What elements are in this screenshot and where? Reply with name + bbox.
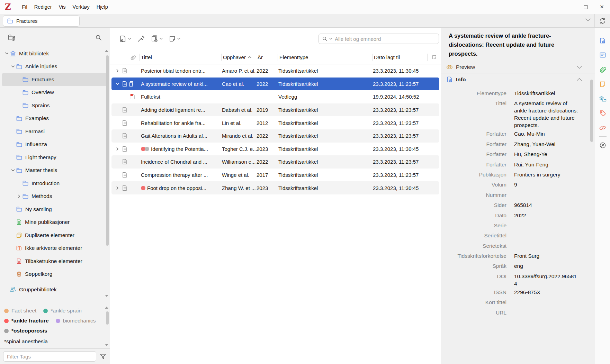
menu-hjelp[interactable]: Hjelp bbox=[93, 0, 111, 14]
field-value[interactable]: A systematic review of ankle fracture-di… bbox=[514, 98, 578, 129]
nav-abstract-button[interactable] bbox=[599, 51, 607, 59]
sidebar-item-tilbaketrukne-elementer[interactable]: Tilbaketrukne elementer bbox=[2, 255, 108, 268]
info-section-header[interactable]: Info bbox=[441, 73, 595, 85]
sidebar-item-gruppebibliotek[interactable]: Gruppebibliotek bbox=[2, 283, 108, 296]
tag-spinal-anesthesia[interactable]: *spinal anesthesia bbox=[4, 338, 48, 345]
column-date-added[interactable]: Dato lagt til bbox=[373, 50, 428, 64]
field-value[interactable] bbox=[514, 230, 578, 232]
column-note[interactable] bbox=[428, 50, 439, 64]
field-value[interactable]: Tidsskriftsartikkel bbox=[514, 88, 578, 97]
tag-filter-input[interactable] bbox=[3, 351, 96, 362]
twisty-collapsed-icon[interactable] bbox=[114, 186, 120, 190]
nav-attachments-button[interactable] bbox=[599, 66, 607, 73]
chevron-down-icon[interactable] bbox=[577, 66, 582, 69]
nav-locate-button[interactable] bbox=[599, 142, 607, 149]
sidebar-item-ankle-injuries[interactable]: Ankle injuries bbox=[2, 60, 108, 73]
sidebar-item-ny-samling[interactable]: Ny samling bbox=[2, 203, 108, 216]
field-value[interactable] bbox=[514, 190, 578, 191]
twisty-expanded-icon[interactable] bbox=[114, 83, 120, 85]
chevron-down-icon[interactable] bbox=[585, 18, 591, 21]
field-value[interactable]: Frontiers in surgery bbox=[514, 170, 578, 178]
item-row-compression-therapy-after[interactable]: Compression therapy after ...Winge et al… bbox=[111, 169, 439, 182]
field-value[interactable]: eng bbox=[514, 261, 578, 270]
tags-scroll-down-arrow[interactable] bbox=[105, 344, 108, 346]
item-row-posterior-tibial-tendon-entr[interactable]: Posterior tibial tendon entr...Amaro P. … bbox=[111, 64, 439, 78]
item-row-identifying-the-potentia[interactable]: Identifying the Potentia...Togher C.J. e… bbox=[111, 143, 439, 156]
twisty-right-icon[interactable] bbox=[16, 194, 22, 198]
item-row-incidence-of-chondral-and[interactable]: Incidence of Chondral and ...Williamson … bbox=[111, 155, 439, 169]
chevron-down-icon[interactable] bbox=[329, 38, 332, 40]
sidebar-item-methods[interactable]: Methods bbox=[2, 190, 108, 203]
nav-info-button[interactable] bbox=[599, 37, 607, 44]
sidebar-scrollbar[interactable] bbox=[106, 55, 109, 246]
nav-related-button[interactable] bbox=[599, 124, 607, 131]
nav-libraries-collections-button[interactable] bbox=[599, 95, 607, 102]
twisty-collapsed-icon[interactable] bbox=[114, 69, 120, 73]
field-value[interactable]: 9 bbox=[514, 180, 578, 188]
field-value[interactable] bbox=[514, 297, 578, 299]
item-row-rehabilitation-for-ankle-fra[interactable]: Rehabilitation for ankle fra...Lin et al… bbox=[111, 116, 439, 129]
column-title[interactable]: Tittel bbox=[140, 50, 222, 64]
sidebar-item-søppelkorg[interactable]: Søppelkorg bbox=[2, 268, 108, 281]
sidebar-item-examples[interactable]: Examples bbox=[2, 112, 108, 125]
sidebar-item-ikke-arkiverte-elementer[interactable]: Ikke arkiverte elementer bbox=[2, 242, 108, 255]
field-value[interactable]: Rui, Yun-Feng bbox=[514, 160, 578, 168]
menu-vis[interactable]: Vis bbox=[55, 0, 69, 14]
funnel-icon[interactable] bbox=[99, 353, 107, 360]
nav-notes-button[interactable] bbox=[599, 80, 607, 88]
twisty-down-icon[interactable] bbox=[10, 65, 16, 68]
sidebar-item-mitt-bibliotek[interactable]: Mitt bibliotek bbox=[2, 47, 108, 60]
twisty-collapsed-icon[interactable] bbox=[114, 147, 120, 151]
sidebar-item-dupliserte-elementer[interactable]: Dupliserte elementer bbox=[2, 229, 108, 242]
item-row-foot-drop-on-the-opposi[interactable]: Foot drop on the opposi...Zhang W. et ..… bbox=[111, 181, 439, 194]
field-value[interactable]: 2296-875X bbox=[514, 287, 578, 296]
column-year[interactable]: År bbox=[257, 50, 278, 64]
new-collection-button[interactable] bbox=[8, 34, 16, 42]
field-value[interactable] bbox=[514, 308, 578, 309]
nav-tags-button[interactable] bbox=[599, 109, 607, 117]
item-row-a-systematic-review-of-ankl[interactable]: A systematic review of ankl...Cao et al.… bbox=[111, 78, 439, 91]
new-note-button[interactable] bbox=[169, 35, 180, 43]
minimize-button[interactable] bbox=[561, 0, 577, 14]
maximize-button[interactable] bbox=[577, 0, 594, 14]
sidebar-item-farmasi[interactable]: Farmasi bbox=[2, 125, 108, 138]
field-value[interactable]: Hu, Sheng-Ye bbox=[514, 149, 578, 158]
tag-ankle-sprain[interactable]: *ankle sprain bbox=[43, 308, 82, 314]
close-button[interactable]: ✕ bbox=[594, 0, 610, 14]
column-attachment[interactable] bbox=[111, 50, 140, 64]
search-icon[interactable] bbox=[95, 34, 102, 41]
field-value[interactable]: 2022 bbox=[514, 210, 578, 219]
sidebar-item-sprains[interactable]: Sprains bbox=[2, 99, 108, 112]
tag-osteoporosis[interactable]: *osteoporosis bbox=[4, 328, 47, 334]
tag-fact-sheet[interactable]: Fact sheet bbox=[4, 308, 36, 314]
menu-rediger[interactable]: Rediger bbox=[31, 0, 55, 14]
sidebar-item-light-therapy[interactable]: Light therapy bbox=[2, 151, 108, 164]
sync-icon[interactable] bbox=[599, 17, 606, 25]
twisty-down-icon[interactable] bbox=[10, 169, 16, 172]
menu-fil[interactable]: Fil bbox=[19, 0, 31, 14]
tab-fractures[interactable]: Fractures bbox=[3, 15, 80, 27]
preview-section-header[interactable]: Preview bbox=[441, 61, 595, 73]
tag-biomechanics[interactable]: biomechanics bbox=[56, 318, 96, 324]
new-attachment-button[interactable] bbox=[151, 35, 163, 43]
add-by-identifier-button[interactable] bbox=[137, 35, 145, 43]
field-value[interactable] bbox=[514, 220, 578, 222]
field-value[interactable]: Front Surg bbox=[514, 251, 578, 260]
sidebar-item-mine-publikasjoner[interactable]: Mine publikasjoner bbox=[2, 216, 108, 229]
item-row-adding-deltoid-ligament-re[interactable]: Adding deltoid ligament re...Dabash et a… bbox=[111, 103, 439, 117]
sidebar-item-overview[interactable]: Overview bbox=[2, 86, 108, 99]
field-value[interactable]: 965814 bbox=[514, 200, 578, 209]
scroll-down-arrow[interactable] bbox=[105, 295, 108, 297]
sidebar-item-master-thesis[interactable]: Master thesis bbox=[2, 164, 108, 177]
item-pane-scrollbar[interactable] bbox=[590, 80, 593, 142]
sidebar-item-fractures[interactable]: Fractures bbox=[2, 73, 108, 86]
twisty-down-icon[interactable] bbox=[3, 52, 10, 55]
new-item-button[interactable] bbox=[119, 35, 131, 43]
field-value[interactable]: Zhang, Yuan-Wei bbox=[514, 139, 578, 148]
chevron-up-icon[interactable] bbox=[577, 78, 582, 81]
field-value[interactable] bbox=[514, 241, 578, 242]
column-itemtype[interactable]: Elementtype bbox=[278, 50, 373, 64]
sidebar-item-influenza[interactable]: Influenza bbox=[2, 138, 108, 151]
tag-ankle-fracture[interactable]: *ankle fracture bbox=[4, 318, 49, 324]
item-row-gait-alterations-in-adults-af[interactable]: Gait Alterations in Adults af...Mirando … bbox=[111, 129, 439, 143]
